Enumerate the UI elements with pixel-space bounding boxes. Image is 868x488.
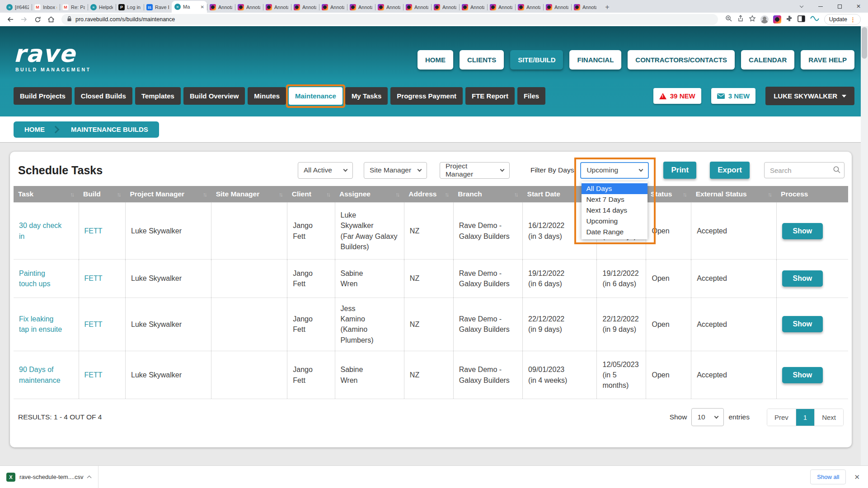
back-icon[interactable] — [5, 14, 16, 25]
tab[interactable]: Annota — [431, 2, 459, 13]
reload-icon[interactable] — [32, 14, 43, 25]
show-all-downloads-button[interactable]: Show all — [810, 469, 846, 484]
cell-build[interactable]: FETT — [79, 298, 125, 351]
nav-financial[interactable]: FINANCIAL — [569, 50, 621, 70]
share-icon[interactable] — [737, 15, 744, 24]
tab[interactable]: Annota — [571, 2, 599, 13]
show-button[interactable]: Show — [782, 223, 823, 239]
close-button[interactable]: ✕ — [849, 0, 868, 13]
tab[interactable]: MInbox ( — [32, 2, 60, 13]
sort-icon[interactable]: ↑↓ — [117, 191, 121, 198]
show-button[interactable]: Show — [782, 367, 823, 383]
subnav-closed-builds[interactable]: Closed Builds — [75, 87, 132, 105]
nav-calendar[interactable]: CALENDAR — [741, 50, 794, 70]
subnav-progress-payment[interactable]: Progress Payment — [390, 87, 463, 105]
days-option-next-7-days[interactable]: Next 7 Days — [582, 194, 647, 205]
tab[interactable]: ≈Helpde — [88, 2, 116, 13]
page-scrollbar[interactable] — [861, 26, 868, 465]
rave-logo[interactable]: rave BUILD MANAGEMENT — [14, 43, 91, 73]
days-option-all-days[interactable]: All Days — [582, 183, 647, 194]
chevron-up-icon[interactable] — [87, 476, 91, 480]
subnav-files[interactable]: Files — [517, 87, 545, 105]
cell-build[interactable]: FETT — [79, 351, 125, 399]
home-icon[interactable] — [45, 14, 57, 25]
column-header-address[interactable]: Address↑↓ — [404, 186, 453, 203]
profile-extension-icon[interactable] — [760, 15, 769, 23]
column-header-process[interactable]: Process — [776, 186, 848, 203]
days-option-date-range[interactable]: Date Range — [582, 227, 647, 237]
tab[interactable]: MRe: Par — [60, 2, 88, 13]
user-menu-button[interactable]: LUKE SKYWALKER — [765, 87, 854, 105]
new-tab-button[interactable]: + — [602, 2, 613, 13]
cell-build[interactable]: FETT — [79, 260, 125, 298]
breadcrumb-home[interactable]: HOME — [14, 125, 56, 133]
site-manager-select[interactable]: Site Manager — [364, 162, 427, 179]
bookmark-star-icon[interactable] — [749, 15, 756, 24]
tab[interactable]: Annota — [235, 2, 263, 13]
nav-rave-help[interactable]: RAVE HELP — [801, 50, 854, 70]
minimize-button[interactable] — [811, 0, 830, 13]
tab[interactable]: Annota — [207, 2, 235, 13]
messages-button[interactable]: 3 NEW — [711, 88, 756, 104]
side-panel-icon[interactable] — [798, 15, 805, 24]
sort-icon[interactable]: ↑↓ — [70, 191, 74, 198]
zoom-icon[interactable] — [725, 15, 732, 24]
active-filter-select[interactable]: All Active — [298, 162, 353, 179]
prev-page-button[interactable]: Prev — [767, 409, 796, 426]
tab[interactable]: Annota — [263, 2, 291, 13]
nav-site-build[interactable]: SITE/BUILD — [510, 50, 563, 70]
cell-task[interactable]: 90 Days of maintenance — [14, 351, 79, 399]
column-header-task[interactable]: Task↑↓ — [14, 186, 79, 203]
tab[interactable]: Annota — [543, 2, 571, 13]
tab[interactable]: Annota — [319, 2, 347, 13]
subnav-templates[interactable]: Templates — [135, 87, 181, 105]
tab[interactable]: 31Rave B — [144, 2, 172, 13]
tab[interactable]: Annota — [347, 2, 375, 13]
tab-close-icon[interactable]: ✕ — [201, 5, 204, 9]
close-download-bar-icon[interactable]: ✕ — [854, 473, 860, 481]
cell-task[interactable]: 30 day check in — [14, 203, 79, 260]
sort-icon[interactable]: ↑↓ — [395, 191, 399, 198]
tab[interactable]: PLog in — [116, 2, 144, 13]
nav-home[interactable]: HOME — [418, 50, 453, 70]
subnav-build-projects[interactable]: Build Projects — [14, 87, 72, 105]
sort-icon[interactable]: ↑↓ — [203, 191, 207, 198]
column-header-site-manager[interactable]: Site Manager↑↓ — [211, 186, 287, 203]
column-header-branch[interactable]: Branch↑↓ — [453, 186, 522, 203]
extensions-puzzle-icon[interactable] — [786, 15, 793, 24]
column-header-project-manager[interactable]: Project Manager↑↓ — [125, 186, 211, 203]
rave-extension-icon[interactable] — [810, 15, 820, 23]
tab-active[interactable]: ≈Ma✕ — [172, 1, 207, 13]
column-header-build[interactable]: Build↑↓ — [79, 186, 125, 203]
next-page-button[interactable]: Next — [814, 409, 843, 426]
tab-search-chevron-icon[interactable] — [792, 0, 811, 13]
tab[interactable]: Annota — [459, 2, 487, 13]
column-header-status[interactable]: Status↑↓ — [646, 186, 691, 203]
cell-build[interactable]: FETT — [79, 203, 125, 260]
sort-icon[interactable]: ↑↓ — [445, 191, 449, 198]
subnav-maintenance[interactable]: Maintenance — [289, 87, 343, 105]
days-option-next-14-days[interactable]: Next 14 days — [582, 205, 647, 216]
tab[interactable]: Annota — [375, 2, 403, 13]
sort-icon[interactable]: ↑↓ — [326, 191, 330, 198]
page-1-button[interactable]: 1 — [796, 409, 814, 426]
print-button[interactable]: Print — [663, 162, 696, 179]
sort-icon[interactable]: ↑↓ — [279, 191, 283, 198]
subnav-build-overview[interactable]: Build Overview — [183, 87, 245, 105]
days-filter-select[interactable]: Upcoming — [580, 162, 649, 179]
camera-extension-icon[interactable] — [773, 15, 781, 23]
nav-contractors-contacts[interactable]: CONTRACTORS/CONTACTS — [628, 50, 735, 70]
browser-menu-icon[interactable]: ⋮ — [850, 16, 856, 23]
subnav-my-tasks[interactable]: My Tasks — [345, 87, 388, 105]
sort-icon[interactable]: ↑↓ — [768, 191, 772, 198]
page-size-select[interactable]: 10 — [691, 408, 724, 426]
alerts-button[interactable]: 39 NEW — [653, 88, 701, 104]
cell-task[interactable]: Painting touch ups — [14, 260, 79, 298]
nav-clients[interactable]: CLIENTS — [460, 50, 504, 70]
column-header-client[interactable]: Client↑↓ — [287, 186, 335, 203]
update-button[interactable]: Update ⋮ — [824, 14, 861, 25]
forward-icon[interactable] — [18, 14, 30, 25]
show-button[interactable]: Show — [782, 270, 823, 287]
cell-task[interactable]: Fix leaking tap in ensuite — [14, 298, 79, 351]
tab[interactable]: ≈[#6462] — [4, 2, 32, 13]
